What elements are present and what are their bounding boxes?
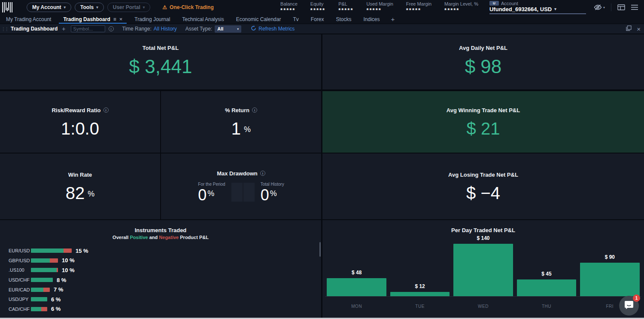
card-title: Total Net P&L: [143, 45, 179, 51]
day-chart-plot: $ 48$ 12$ 140$ 45$ 90: [325, 237, 641, 297]
notification-badge: 1: [633, 294, 640, 302]
panel-title: Trading Dashboard: [11, 26, 58, 32]
hide-balances-button[interactable]: ▾: [594, 4, 605, 11]
add-tab-button[interactable]: +: [386, 15, 400, 24]
day-bar-slot: $ 45: [515, 271, 578, 296]
header-menu-button[interactable]: User Portal ▾: [107, 3, 151, 12]
asset-type-label: Asset Type:: [185, 26, 212, 32]
instrument-label: USD/CHF: [9, 277, 31, 282]
instrument-bar: [31, 297, 47, 301]
dashboard-toolbar: ⋮⋮ Trading Dashboard + i Time Range: All…: [0, 24, 644, 34]
metric-value: $ 3,441: [129, 57, 192, 76]
metric-value: $ 21: [467, 120, 500, 137]
day-axis-label: MON: [325, 304, 388, 309]
scrollbar-thumb[interactable]: [319, 242, 321, 257]
chat-bubble-icon: [624, 300, 634, 312]
app-logo[interactable]: [0, 0, 15, 15]
workspace-tab[interactable]: My Trading Account: [0, 15, 57, 24]
info-icon[interactable]: i: [260, 171, 265, 176]
tab-menu-icon[interactable]: ≡: [113, 16, 116, 22]
workspace-tab[interactable]: Trading Dashboard ≡ ×: [57, 15, 128, 24]
day-axis-label: THU: [515, 304, 578, 309]
restore-panel-icon[interactable]: [626, 25, 632, 33]
info-icon[interactable]: i: [103, 107, 109, 113]
header-menu-button[interactable]: Tools ▾: [75, 3, 104, 12]
account-stat: P&L *****: [338, 1, 353, 14]
workspace-tab[interactable]: Technical Analysis: [176, 15, 230, 24]
metric-value: $ −4: [466, 184, 500, 202]
day-bar: [327, 278, 386, 296]
card-risk-reward: Risk/Reward Ratio i 1:0.0: [0, 91, 160, 153]
header-menu-button[interactable]: My Account ▾: [27, 3, 71, 12]
instruments-rows: EUR/USD15 %GBP/USD10 %.US10010 %USD/CHF8…: [9, 246, 88, 314]
workspace-tab[interactable]: Indices: [357, 15, 386, 24]
time-range-value[interactable]: All History: [154, 26, 177, 32]
close-panel-icon[interactable]: ×: [637, 25, 641, 33]
card-per-day-net-pnl: Per Day Traded Net P&L $ 48$ 12$ 140$ 45…: [322, 220, 644, 319]
positive-bar-segment: [31, 297, 47, 301]
card-avg-daily-net-pnl: Avg Daily Net P&L $ 98: [322, 34, 644, 89]
chevron-down-icon: ▾: [237, 27, 239, 31]
asset-type-select[interactable]: All ▾: [215, 25, 241, 33]
instrument-percent: 10 %: [62, 257, 75, 264]
symbol-input[interactable]: [71, 25, 105, 32]
account-stat: Equity *****: [310, 1, 325, 14]
account-selector[interactable]: U Account Ufunded_6932664, USD ▾: [489, 1, 586, 14]
workspace-tab[interactable]: Economic Calendar: [230, 15, 287, 24]
layout-panels-button[interactable]: [617, 4, 625, 10]
instrument-bar: [31, 268, 58, 272]
drawdown-total: Total History 0%: [261, 182, 284, 203]
drawdown-placeholder-tiles: [231, 183, 255, 202]
layout-icon: [617, 4, 625, 10]
chevron-down-icon: ▾: [554, 7, 556, 11]
instrument-row: EUR/CAD7 %: [9, 285, 88, 294]
instrument-bar: [31, 307, 47, 311]
instrument-bar: [31, 258, 58, 263]
instrument-row: .US10010 %: [9, 265, 88, 275]
account-label: Account: [501, 1, 518, 6]
main-menu-button[interactable]: [631, 5, 638, 10]
header-menu-group: My Account ▾ Tools ▾ User Portal ▾: [27, 3, 150, 12]
instrument-percent: 8 %: [57, 277, 66, 283]
refresh-metrics-button[interactable]: Refresh Metrics: [251, 25, 295, 32]
chart-title: Per Day Traded Net P&L: [451, 227, 515, 233]
instrument-label: GBP/USD: [9, 258, 31, 263]
workspace-tab[interactable]: Trading Journal: [128, 15, 176, 24]
masked-value: *****: [310, 7, 325, 14]
workspace-tab[interactable]: Forex: [305, 15, 330, 24]
drawdown-period: For the Period 0%: [198, 182, 225, 203]
instrument-row: USD/JPY6 %: [9, 294, 88, 304]
chevron-down-icon: ▾: [96, 5, 98, 9]
positive-bar-segment: [31, 278, 53, 282]
one-click-trading-warning[interactable]: ⚠ One-Click Trading: [162, 4, 213, 10]
instrument-bar: [31, 288, 50, 292]
day-bar-slot: $ 48: [325, 270, 388, 296]
chat-launcher-button[interactable]: 1: [619, 296, 639, 316]
instrument-row: GBP/USD10 %: [9, 256, 88, 266]
positive-bar-segment: [31, 288, 43, 292]
info-icon[interactable]: i: [109, 26, 114, 31]
account-name: Ufunded_6932664, USD: [489, 6, 552, 12]
workspace-tab[interactable]: Tv: [287, 15, 304, 24]
card-avg-losing-trade: Avg Losing Trade Net P&L $ −4: [322, 153, 644, 219]
add-panel-button[interactable]: +: [62, 25, 65, 32]
info-icon[interactable]: i: [252, 107, 257, 113]
day-bar: [390, 292, 450, 296]
divider: [611, 3, 611, 11]
dashboard-grid: Total Net P&L $ 3,441 Avg Daily Net P&L …: [0, 34, 644, 319]
drag-handle-icon[interactable]: ⋮⋮: [1, 27, 8, 31]
negative-bar-segment: [41, 307, 47, 311]
day-bar-slot: $ 140: [452, 235, 515, 296]
tab-close-icon[interactable]: ×: [119, 16, 123, 22]
instrument-bar: [31, 248, 72, 253]
instrument-label: EUR/CAD: [9, 287, 31, 292]
card-title: Win Rate: [68, 172, 92, 178]
account-stat: Margin Level, % *****: [444, 1, 478, 14]
account-badge: U: [489, 1, 499, 6]
account-stat: Balance *****: [280, 1, 298, 14]
instrument-percent: 7 %: [54, 286, 63, 293]
card-max-drawdown: Max Drawdown i For the Period 0% Total H…: [161, 153, 321, 219]
workspace-tab[interactable]: Stocks: [330, 15, 357, 24]
card-title: Max Drawdown: [217, 170, 258, 177]
day-bar: [453, 244, 513, 296]
